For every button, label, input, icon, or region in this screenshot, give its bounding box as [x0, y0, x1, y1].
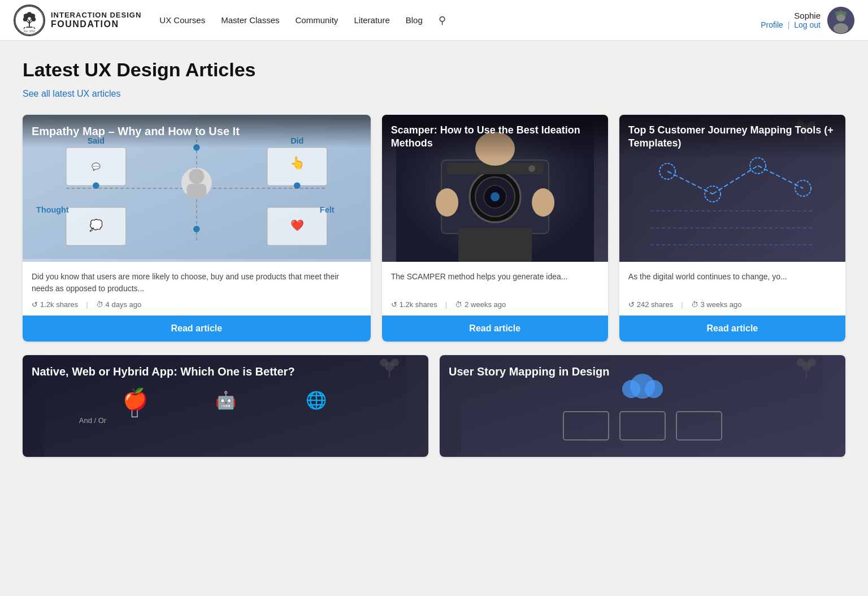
- main-content: Latest UX Design Articles See all latest…: [0, 41, 868, 480]
- article-image-journey: Top 5 Customer Journey Mapping Tools (+ …: [619, 115, 845, 262]
- svg-point-10: [32, 17, 36, 21]
- profile-link[interactable]: Profile: [761, 20, 783, 29]
- profile-logout-links: Profile | Log out: [761, 20, 821, 29]
- svg-point-51: [436, 188, 458, 217]
- svg-point-25: [189, 169, 204, 184]
- nav-community[interactable]: Community: [296, 15, 338, 25]
- nav-master-classes[interactable]: Master Classes: [221, 15, 279, 25]
- search-icon[interactable]: ⚲: [439, 14, 446, 27]
- article-image-empathy: 💬 👆 💭 ❤️ Said Did Thought: [23, 115, 371, 262]
- shares-journey: ↺ 242 shares: [628, 300, 673, 309]
- article-excerpt-empathy: Did you know that users are more likely …: [32, 271, 362, 295]
- article-meta-empathy: ↺ 1.2k shares | ⏱ 4 days ago: [32, 300, 362, 309]
- svg-point-42: [193, 226, 200, 232]
- svg-point-40: [294, 182, 301, 189]
- shares-empathy: ↺ 1.2k shares: [32, 300, 78, 309]
- navbar: Est. 2002 INTERACTION DESIGN FOUNDATION …: [0, 0, 868, 41]
- svg-text:👆: 👆: [290, 156, 305, 170]
- read-article-empathy[interactable]: Read article: [23, 316, 371, 342]
- nav-ux-courses[interactable]: UX Courses: [159, 15, 205, 25]
- share-icon-2: ↺: [391, 300, 397, 309]
- user-area: Sophie Profile | Log out: [761, 7, 854, 34]
- article-title-scamper: Scamper: How to Use the Best Ideation Me…: [382, 115, 608, 159]
- page-title: Latest UX Design Articles: [23, 59, 845, 81]
- svg-text:And / Or: And / Or: [79, 416, 107, 425]
- nav-links: UX Courses Master Classes Community Lite…: [159, 14, 761, 27]
- svg-text:💬: 💬: [92, 162, 101, 171]
- shares-scamper: ↺ 1.2k shares: [391, 300, 437, 309]
- article-excerpt-journey: As the digital world continues to change…: [628, 271, 836, 295]
- article-image-scamper: Scamper: How to Use the Best Ideation Me…: [382, 115, 608, 262]
- nav-literature[interactable]: Literature: [354, 15, 389, 25]
- avatar-image: [827, 7, 854, 34]
- svg-point-20: [835, 11, 840, 16]
- article-title-userstory: User Story Mapping in Design: [449, 364, 836, 379]
- article-excerpt-scamper: The SCAMPER method helps you generate id…: [391, 271, 599, 295]
- native-image:  🍎 🤖 🌐 And / Or Native, Web or Hybrid A…: [23, 355, 428, 457]
- article-body-empathy: Did you know that users are more likely …: [23, 262, 371, 342]
- article-body-scamper: The SCAMPER method helps you generate id…: [382, 262, 608, 342]
- article-title-journey: Top 5 Customer Journey Mapping Tools (+ …: [619, 115, 845, 159]
- svg-text:💭: 💭: [89, 219, 103, 232]
- article-card-userstory: User Story Mapping in Design: [440, 355, 845, 457]
- svg-point-52: [532, 188, 554, 217]
- clock-icon-3: ⏱: [691, 300, 698, 309]
- article-title-native: Native, Web or Hybrid App: Which One is …: [32, 364, 419, 379]
- time-journey: ⏱ 3 weeks ago: [691, 300, 742, 309]
- clock-icon-2: ⏱: [455, 300, 462, 309]
- userstory-image: User Story Mapping in Design: [440, 355, 845, 457]
- svg-rect-54: [458, 228, 532, 262]
- share-icon: ↺: [32, 300, 38, 309]
- article-card-journey: Top 5 Customer Journey Mapping Tools (+ …: [619, 115, 845, 342]
- user-name: Sophie: [794, 11, 821, 20]
- logout-link[interactable]: Log out: [794, 20, 821, 29]
- read-article-journey[interactable]: Read article: [619, 316, 845, 342]
- svg-text:Est. 2002: Est. 2002: [24, 30, 35, 33]
- brand-line1: INTERACTION DESIGN: [51, 11, 141, 19]
- svg-point-39: [93, 182, 99, 189]
- brand-name: INTERACTION DESIGN FOUNDATION: [51, 11, 141, 29]
- svg-text:🤖: 🤖: [215, 390, 237, 411]
- article-title-empathy: Empathy Map – Why and How to Use It: [23, 115, 371, 148]
- svg-line-12: [24, 27, 25, 29]
- share-icon-3: ↺: [628, 300, 635, 309]
- svg-text:Felt: Felt: [320, 205, 335, 214]
- svg-text:Thought: Thought: [36, 205, 69, 214]
- brand-logo[interactable]: Est. 2002 INTERACTION DESIGN FOUNDATION: [14, 5, 141, 36]
- articles-grid-top: 💬 👆 💭 ❤️ Said Did Thought: [23, 115, 845, 342]
- articles-grid-bottom:  🍎 🤖 🌐 And / Or Native, Web or Hybrid A…: [23, 355, 845, 457]
- article-card-empathy: 💬 👆 💭 ❤️ Said Did Thought: [23, 115, 371, 342]
- svg-point-48: [491, 192, 500, 201]
- article-meta-scamper: ↺ 1.2k shares | ⏱ 2 weeks ago: [391, 300, 599, 309]
- svg-point-9: [23, 17, 27, 21]
- article-card-native:  🍎 🤖 🌐 And / Or Native, Web or Hybrid A…: [23, 355, 428, 457]
- user-links: Sophie Profile | Log out: [761, 11, 821, 29]
- article-body-journey: As the digital world continues to change…: [619, 262, 845, 342]
- read-article-scamper[interactable]: Read article: [382, 316, 608, 342]
- svg-text:❤️: ❤️: [290, 219, 304, 232]
- brand-line2: FOUNDATION: [51, 19, 141, 29]
- svg-rect-26: [187, 184, 207, 198]
- svg-point-17: [834, 23, 848, 33]
- svg-text:🍎: 🍎: [123, 387, 148, 411]
- svg-line-13: [33, 27, 35, 29]
- see-all-link[interactable]: See all latest UX articles: [23, 89, 120, 99]
- svg-text:🌐: 🌐: [306, 390, 327, 411]
- time-scamper: ⏱ 2 weeks ago: [455, 300, 506, 309]
- logo-icon: Est. 2002: [14, 5, 45, 36]
- user-avatar[interactable]: [827, 7, 854, 34]
- time-empathy: ⏱ 4 days ago: [96, 300, 142, 309]
- article-card-scamper: Scamper: How to Use the Best Ideation Me…: [382, 115, 608, 342]
- nav-blog[interactable]: Blog: [406, 15, 423, 25]
- clock-icon: ⏱: [96, 300, 103, 309]
- svg-point-50: [528, 165, 535, 172]
- article-meta-journey: ↺ 242 shares | ⏱ 3 weeks ago: [628, 300, 836, 309]
